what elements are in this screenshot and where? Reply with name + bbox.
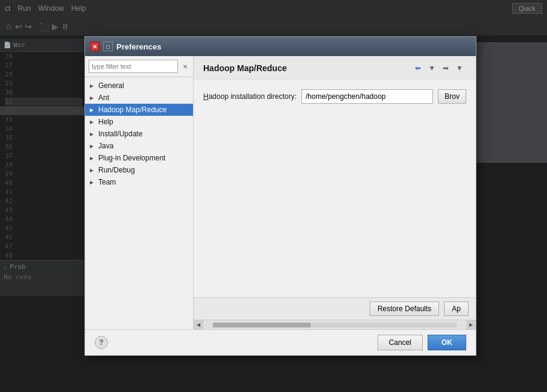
tree-item-label-team: Team <box>98 178 116 186</box>
horizontal-scrollbar[interactable]: ◀ ▶ <box>194 320 476 329</box>
restore-defaults-label: Restore Defaults <box>378 305 431 313</box>
tree-items: ▶ General ▶ Ant ▶ Hadoop Map/Reduce ▶ He… <box>85 77 193 329</box>
tree-arrow-rundebug: ▶ <box>90 168 96 173</box>
help-button[interactable]: ? <box>95 336 108 349</box>
tree-arrow-java: ▶ <box>90 144 96 149</box>
cancel-button[interactable]: Cancel <box>378 335 423 350</box>
filter-clear-button[interactable]: ✕ <box>180 62 189 71</box>
hadoop-dir-label: Hadoop installation directory: <box>203 92 297 101</box>
content-header: Hadoop Map/Reduce ⬅ ▼ ➡ ▼ <box>194 56 476 80</box>
nav-back-dropdown-button[interactable]: ▼ <box>425 62 438 74</box>
tree-arrow-hadoop: ▶ <box>90 107 96 113</box>
hadoop-label-text: adoop installation directory: <box>209 92 297 101</box>
tree-item-team[interactable]: ▶ Team <box>85 176 193 188</box>
dialog-body: ✕ ▶ General ▶ Ant ▶ Hadoop Map/Reduce <box>85 56 476 329</box>
tree-arrow-team: ▶ <box>90 180 96 185</box>
scroll-right-button[interactable]: ▶ <box>466 320 476 330</box>
tree-panel: ✕ ▶ General ▶ Ant ▶ Hadoop Map/Reduce <box>85 56 194 329</box>
dialog-footer: ? Cancel OK <box>85 329 476 355</box>
tree-item-plugin[interactable]: ▶ Plug-in Development <box>85 152 193 164</box>
scrollbar-thumb[interactable] <box>213 323 311 327</box>
tree-item-hadoop[interactable]: ▶ Hadoop Map/Reduce <box>85 104 193 116</box>
tree-arrow-general: ▶ <box>90 83 96 89</box>
tree-item-label-general: General <box>98 81 124 90</box>
tree-item-ant[interactable]: ▶ Ant <box>85 92 193 104</box>
tree-item-label-help: Help <box>98 118 113 126</box>
tree-arrow-install: ▶ <box>90 131 96 137</box>
browse-button[interactable]: Brov <box>438 89 466 104</box>
tree-item-label-plugin: Plug-in Development <box>98 154 165 162</box>
content-body: Hadoop installation directory: Brov <box>194 80 476 297</box>
minimize-button[interactable]: □ <box>103 42 113 51</box>
tree-arrow-ant: ▶ <box>90 95 96 101</box>
close-button[interactable]: ✕ <box>90 42 100 51</box>
content-footer-bar: Restore Defaults Ap <box>194 297 476 320</box>
dialog-title: Preferences <box>116 42 161 51</box>
tree-item-rundebug[interactable]: ▶ Run/Debug <box>85 164 193 176</box>
apply-button[interactable]: Ap <box>444 302 469 316</box>
tree-item-general[interactable]: ▶ General <box>85 80 193 92</box>
scrollbar-track[interactable] <box>213 323 457 327</box>
tree-item-label-install: Install/Update <box>98 130 142 138</box>
nav-forward-dropdown-button[interactable]: ▼ <box>453 62 466 74</box>
tree-item-install[interactable]: ▶ Install/Update <box>85 128 193 140</box>
dialog-titlebar: ✕ □ Preferences <box>85 37 476 56</box>
tree-item-label-java: Java <box>98 142 113 150</box>
filter-input[interactable] <box>89 60 178 73</box>
filter-box: ✕ <box>85 56 193 77</box>
nav-forward-button[interactable]: ➡ <box>440 62 452 74</box>
tree-item-label-ant: Ant <box>98 93 109 102</box>
tree-arrow-help: ▶ <box>90 119 96 125</box>
scroll-left-button[interactable]: ◀ <box>194 320 203 330</box>
restore-defaults-button[interactable]: Restore Defaults <box>370 302 439 316</box>
tree-item-label-rundebug: Run/Debug <box>98 166 135 174</box>
preferences-dialog: ✕ □ Preferences ✕ ▶ General ▶ <box>84 36 476 356</box>
dialog-overlay: ✕ □ Preferences ✕ ▶ General ▶ <box>0 0 547 392</box>
tree-item-java[interactable]: ▶ Java <box>85 140 193 152</box>
footer-buttons: Cancel OK <box>378 335 466 350</box>
hadoop-dir-row: Hadoop installation directory: Brov <box>203 89 466 104</box>
tree-item-label-hadoop: Hadoop Map/Reduce <box>98 106 166 114</box>
ok-button[interactable]: OK <box>428 335 466 350</box>
content-panel: Hadoop Map/Reduce ⬅ ▼ ➡ ▼ Hadoop install… <box>194 56 476 329</box>
hadoop-dir-input[interactable] <box>302 89 434 104</box>
tree-arrow-plugin: ▶ <box>90 156 96 161</box>
tree-item-help[interactable]: ▶ Help <box>85 116 193 128</box>
content-title: Hadoop Map/Reduce <box>203 63 286 73</box>
nav-back-button[interactable]: ⬅ <box>412 62 424 74</box>
nav-buttons: ⬅ ▼ ➡ ▼ <box>412 62 466 74</box>
